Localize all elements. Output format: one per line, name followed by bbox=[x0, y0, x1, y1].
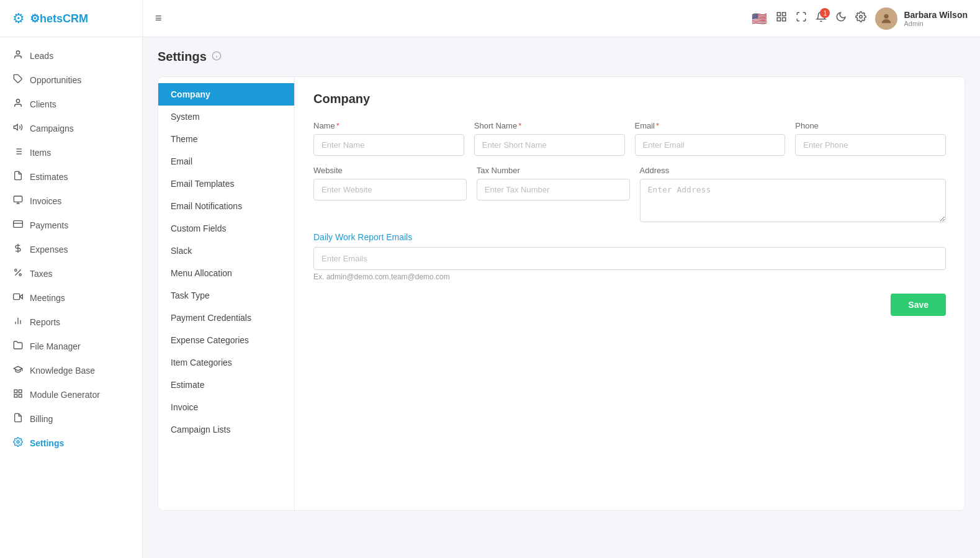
phone-label: Phone bbox=[795, 121, 946, 130]
settings-nav-expense-categories[interactable]: Expense Categories bbox=[158, 329, 294, 351]
payments-icon bbox=[12, 219, 24, 231]
sidebar-label-leads: Leads bbox=[30, 51, 53, 61]
svg-rect-31 bbox=[783, 18, 786, 21]
page-content: Settings Company System Theme Email Emai… bbox=[143, 37, 980, 558]
apps-icon[interactable] bbox=[776, 11, 787, 25]
website-input[interactable] bbox=[313, 179, 467, 200]
name-label: Name* bbox=[313, 121, 464, 130]
settings-nav-invoice[interactable]: Invoice bbox=[158, 396, 294, 418]
form-footer: Save bbox=[313, 294, 946, 316]
sidebar-item-estimates[interactable]: Estimates bbox=[0, 164, 142, 189]
expenses-icon bbox=[12, 243, 24, 255]
sidebar-item-settings[interactable]: Settings bbox=[0, 431, 142, 455]
dark-mode-icon[interactable] bbox=[835, 11, 847, 25]
form-group-name: Name* bbox=[313, 121, 464, 156]
svg-rect-26 bbox=[19, 394, 22, 397]
menu-toggle-icon[interactable]: ≡ bbox=[155, 12, 162, 25]
settings-nav-company[interactable]: Company bbox=[158, 83, 294, 106]
daily-emails-section: Daily Work Report Emails Ex. admin@demo.… bbox=[313, 232, 946, 281]
svg-rect-10 bbox=[14, 196, 22, 202]
email-input[interactable] bbox=[635, 134, 786, 156]
emails-hint: Ex. admin@demo.com,team@demo.com bbox=[313, 272, 946, 281]
tax-number-label: Tax Number bbox=[477, 166, 630, 175]
settings-nav-email-notifications[interactable]: Email Notifications bbox=[158, 195, 294, 217]
settings-nav-custom-fields[interactable]: Custom Fields bbox=[158, 217, 294, 240]
svg-rect-29 bbox=[778, 12, 781, 16]
settings-nav-payment-credentials[interactable]: Payment Credentials bbox=[158, 307, 294, 329]
website-label: Website bbox=[313, 166, 467, 175]
company-section-title: Company bbox=[313, 92, 946, 106]
invoices-icon bbox=[12, 195, 24, 207]
expand-icon[interactable] bbox=[796, 11, 807, 25]
settings-nav-menu-allocation[interactable]: Menu Allocation bbox=[158, 262, 294, 284]
settings-nav-slack[interactable]: Slack bbox=[158, 240, 294, 262]
sidebar-label-items: Items bbox=[30, 148, 51, 158]
sidebar-label-taxes: Taxes bbox=[30, 269, 53, 279]
settings-nav-campaign-lists[interactable]: Campaign Lists bbox=[158, 418, 294, 441]
sidebar-item-leads[interactable]: Leads bbox=[0, 43, 142, 68]
user-profile[interactable]: Barbara Wilson Admin bbox=[875, 7, 968, 30]
settings-icon bbox=[12, 437, 24, 449]
logo-icon: ⚙ bbox=[12, 11, 25, 27]
form-group-website: Website bbox=[313, 166, 467, 222]
email-label: Email* bbox=[635, 121, 786, 130]
file-manager-icon bbox=[12, 340, 24, 352]
sidebar-label-opportunities: Opportunities bbox=[30, 75, 81, 85]
user-info: Barbara Wilson Admin bbox=[904, 10, 968, 27]
sidebar-label-payments: Payments bbox=[30, 220, 68, 230]
billing-icon bbox=[12, 413, 24, 425]
phone-input[interactable] bbox=[795, 134, 946, 156]
svg-rect-24 bbox=[14, 390, 17, 393]
info-icon[interactable] bbox=[212, 51, 222, 63]
svg-marker-3 bbox=[14, 124, 17, 130]
tax-number-input[interactable] bbox=[477, 179, 630, 200]
address-textarea[interactable] bbox=[640, 179, 946, 222]
sidebar: ⚙ ⚙hetsCRM Leads Opportunities Clients bbox=[0, 0, 143, 558]
sidebar-item-clients[interactable]: Clients bbox=[0, 92, 142, 116]
svg-point-18 bbox=[19, 274, 21, 276]
sidebar-item-knowledge-base[interactable]: Knowledge Base bbox=[0, 358, 142, 382]
sidebar-item-taxes[interactable]: Taxes bbox=[0, 261, 142, 286]
short-name-input[interactable] bbox=[474, 134, 625, 156]
settings-nav-theme[interactable]: Theme bbox=[158, 128, 294, 150]
settings-nav-email[interactable]: Email bbox=[158, 150, 294, 173]
sidebar-item-meetings[interactable]: Meetings bbox=[0, 286, 142, 310]
svg-rect-13 bbox=[14, 221, 23, 228]
sidebar-item-module-generator[interactable]: Module Generator bbox=[0, 382, 142, 407]
module-generator-icon bbox=[12, 389, 24, 400]
notification-bell-icon[interactable]: 1 bbox=[816, 11, 827, 25]
name-input[interactable] bbox=[313, 134, 464, 156]
form-group-short-name: Short Name* bbox=[474, 121, 625, 156]
sidebar-item-reports[interactable]: Reports bbox=[0, 310, 142, 334]
user-role: Admin bbox=[904, 20, 968, 27]
form-group-tax-number: Tax Number bbox=[477, 166, 630, 222]
svg-line-16 bbox=[15, 269, 20, 275]
sidebar-item-expenses[interactable]: Expenses bbox=[0, 237, 142, 261]
svg-point-34 bbox=[884, 14, 889, 18]
sidebar-item-payments[interactable]: Payments bbox=[0, 213, 142, 237]
settings-nav-task-type[interactable]: Task Type bbox=[158, 284, 294, 307]
sidebar-item-billing[interactable]: Billing bbox=[0, 407, 142, 431]
sidebar-item-invoices[interactable]: Invoices bbox=[0, 189, 142, 213]
gear-settings-icon[interactable] bbox=[855, 11, 866, 25]
sidebar-item-items[interactable]: Items bbox=[0, 140, 142, 164]
sidebar-item-campaigns[interactable]: Campaigns bbox=[0, 116, 142, 140]
save-button[interactable]: Save bbox=[891, 294, 946, 316]
address-label: Address bbox=[640, 166, 946, 175]
language-flag-icon[interactable]: 🇺🇸 bbox=[752, 11, 767, 26]
logo-text: ⚙hetsCRM bbox=[30, 12, 88, 25]
settings-layout: Company System Theme Email Email Templat… bbox=[158, 76, 965, 511]
estimates-icon bbox=[12, 171, 24, 182]
settings-nav-system[interactable]: System bbox=[158, 106, 294, 128]
svg-point-17 bbox=[15, 269, 17, 271]
settings-nav-item-categories[interactable]: Item Categories bbox=[158, 351, 294, 374]
main-area: ≡ 🇺🇸 1 bbox=[143, 0, 980, 558]
sidebar-item-file-manager[interactable]: File Manager bbox=[0, 334, 142, 358]
clients-icon bbox=[12, 98, 24, 110]
settings-nav-email-templates[interactable]: Email Templates bbox=[158, 173, 294, 195]
form-row-2: Website Tax Number Address bbox=[313, 166, 946, 222]
daily-emails-input[interactable] bbox=[313, 247, 946, 270]
settings-nav-estimate[interactable]: Estimate bbox=[158, 374, 294, 396]
sidebar-item-opportunities[interactable]: Opportunities bbox=[0, 68, 142, 92]
sidebar-label-module-generator: Module Generator bbox=[30, 390, 100, 400]
